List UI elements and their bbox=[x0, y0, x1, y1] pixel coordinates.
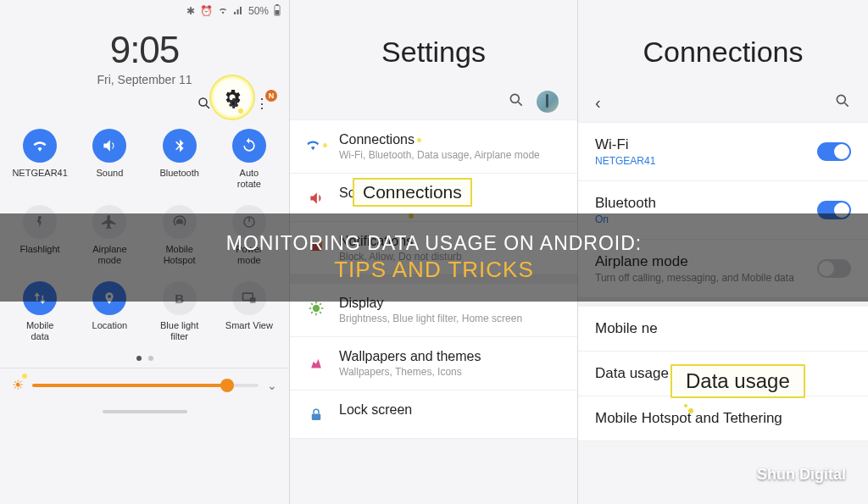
arrow-dot bbox=[688, 408, 693, 413]
qs-label: Bluetooth bbox=[159, 168, 198, 190]
row-title: Wallpapers and themes bbox=[339, 349, 481, 364]
settings-row-wall[interactable]: Wallpapers and themesWallpapers, Themes,… bbox=[290, 337, 577, 390]
lock-icon bbox=[305, 404, 327, 426]
svg-point-3 bbox=[199, 98, 207, 106]
page-dot bbox=[148, 356, 153, 361]
row-desc: NETGEAR41 bbox=[595, 155, 655, 167]
volume-icon[interactable] bbox=[92, 129, 126, 163]
status-bar: ✱ ⏰ 50% bbox=[0, 0, 289, 22]
signal-icon bbox=[233, 5, 243, 17]
brightness-row: ☀ ⌄ bbox=[0, 368, 289, 402]
qs-label: Location bbox=[92, 320, 128, 342]
page-dot bbox=[136, 356, 142, 361]
overlay-line2: TIPS AND TRICKS bbox=[334, 257, 534, 283]
wifi-icon bbox=[218, 5, 228, 17]
notification-badge: N bbox=[265, 90, 277, 102]
svg-rect-1 bbox=[275, 4, 278, 6]
brightness-thumb[interactable] bbox=[220, 379, 234, 392]
chevron-down-icon[interactable]: ⌄ bbox=[267, 379, 277, 392]
title-overlay: MONITORING DATA USAGE ON ANDROID: TIPS A… bbox=[0, 213, 868, 302]
row-title: Wi-Fi bbox=[595, 136, 655, 153]
svg-rect-23 bbox=[312, 414, 321, 421]
qs-bluetooth[interactable]: Bluetooth bbox=[147, 129, 213, 190]
clock-block: 9:05 Fri, September 11 bbox=[0, 22, 289, 88]
search-icon[interactable] bbox=[196, 95, 213, 112]
brightness-fill bbox=[32, 384, 227, 387]
row-title: Connections bbox=[339, 132, 540, 147]
callout-connections: Connections bbox=[353, 178, 472, 207]
wall-icon bbox=[305, 351, 327, 373]
brand-watermark: Shun Digital bbox=[757, 466, 846, 484]
row-title: Data usage bbox=[595, 365, 676, 382]
brightness-slider[interactable] bbox=[32, 384, 259, 387]
alarm-icon: ⏰ bbox=[200, 6, 213, 16]
overlay-line1: MONITORING DATA USAGE ON ANDROID: bbox=[226, 232, 643, 255]
svg-rect-2 bbox=[275, 10, 280, 14]
search-icon[interactable] bbox=[834, 92, 851, 114]
rotate-icon[interactable] bbox=[232, 129, 266, 163]
connections-top-bar: ‹ bbox=[578, 87, 868, 122]
profile-avatar[interactable] bbox=[537, 91, 559, 113]
qs-autorotate[interactable]: Auto rotate bbox=[216, 129, 282, 190]
gear-small-icon[interactable] bbox=[225, 95, 242, 112]
search-icon[interactable] bbox=[508, 91, 525, 113]
svg-line-21 bbox=[311, 312, 313, 313]
brightness-icon: ☀ bbox=[12, 377, 24, 393]
settings-row-lock[interactable]: Lock screen bbox=[290, 390, 577, 439]
connections-title: Connections bbox=[578, 0, 868, 87]
qs-label: Smart View bbox=[225, 320, 273, 342]
back-icon[interactable]: ‹ bbox=[595, 93, 601, 113]
connection-row-mobile-hotspot-and-tethering[interactable]: Mobile Hotspot and Tethering bbox=[578, 396, 868, 441]
qs-label: Sound bbox=[96, 168, 123, 190]
svg-line-11 bbox=[519, 102, 522, 105]
row-title: Mobile ne bbox=[595, 320, 658, 337]
wifi-icon bbox=[305, 134, 327, 156]
wifi-icon[interactable] bbox=[23, 129, 57, 163]
row-title: Lock screen bbox=[339, 402, 412, 418]
svg-line-4 bbox=[206, 105, 209, 108]
row-desc: Wi-Fi, Bluetooth, Data usage, Airplane m… bbox=[339, 149, 540, 161]
svg-point-14 bbox=[313, 305, 320, 312]
battery-icon bbox=[274, 4, 281, 18]
callout-data-usage: Data usage bbox=[670, 364, 805, 398]
qs-sound[interactable]: Sound bbox=[76, 129, 142, 190]
qs-label: Blue light filter bbox=[160, 320, 198, 342]
row-desc: Wallpapers, Themes, Icons bbox=[339, 366, 481, 378]
svg-point-24 bbox=[837, 95, 845, 103]
settings-title: Settings bbox=[290, 0, 577, 87]
more-icon[interactable]: ⋮ N bbox=[253, 95, 270, 112]
connection-row-wi-fi[interactable]: Wi-FiNETGEAR41 bbox=[578, 123, 868, 181]
row-desc: Brightness, Blue light filter, Home scre… bbox=[339, 313, 522, 324]
qs-label: Mobile data bbox=[26, 320, 53, 342]
settings-row-wifi[interactable]: ConnectionsWi-Fi, Bluetooth, Data usage,… bbox=[290, 120, 577, 174]
svg-line-19 bbox=[311, 303, 313, 305]
shade-top-icons: ⋮ N bbox=[0, 88, 289, 115]
qs-label: NETGEAR41 bbox=[12, 168, 67, 190]
settings-top-bar bbox=[290, 87, 577, 119]
svg-line-25 bbox=[845, 103, 849, 107]
sound-icon bbox=[305, 187, 327, 209]
clock-time: 9:05 bbox=[0, 29, 289, 71]
toggle-wi-fi[interactable] bbox=[817, 142, 851, 161]
svg-line-20 bbox=[320, 312, 321, 313]
bluetooth-icon: ✱ bbox=[186, 6, 195, 16]
bluetooth-icon[interactable] bbox=[163, 129, 197, 163]
qs-wifi[interactable]: NETGEAR41 bbox=[7, 129, 73, 190]
svg-line-22 bbox=[320, 303, 321, 305]
battery-text: 50% bbox=[248, 6, 269, 16]
qs-label: Auto rotate bbox=[237, 168, 261, 190]
shade-drag-handle[interactable] bbox=[103, 410, 187, 413]
connection-row-mobile-networks[interactable]: Mobile ne bbox=[578, 307, 868, 352]
quick-settings-pager[interactable] bbox=[0, 351, 289, 368]
svg-point-10 bbox=[510, 94, 519, 102]
row-title: Bluetooth bbox=[595, 195, 656, 212]
